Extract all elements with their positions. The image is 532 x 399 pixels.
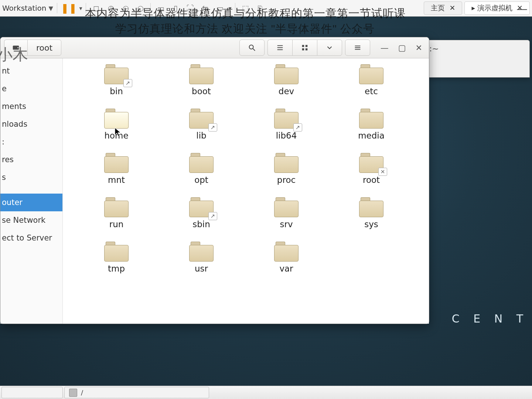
svg-rect-8: [306, 45, 308, 47]
watermark-line1: 本内容为半导体器件建模仿真与分析教程的第一章第一节试听课: [85, 6, 406, 21]
folder-icon: [189, 242, 214, 262]
folder-label: dev: [279, 86, 294, 96]
sidebar-item[interactable]: ments: [0, 98, 62, 115]
folder-root[interactable]: ✕root: [329, 153, 414, 197]
folder-icon: [274, 197, 299, 217]
folder-srv[interactable]: srv: [244, 197, 329, 242]
folder-icon: [274, 153, 299, 173]
folder-label: run: [109, 219, 124, 229]
sidebar-item[interactable]: nloads: [0, 115, 62, 133]
folder-label: var: [279, 264, 293, 273]
folder-label: srv: [280, 219, 293, 229]
folder-icon: [104, 197, 129, 217]
sidebar-item[interactable]: outer: [0, 194, 62, 211]
folder-label: opt: [194, 175, 208, 185]
grid-view-button[interactable]: [292, 40, 317, 56]
folder-label: lib: [196, 131, 206, 140]
path-segment[interactable]: root: [27, 40, 61, 56]
taskbar: /: [0, 386, 532, 399]
vm-product[interactable]: Workstation: [2, 4, 46, 13]
folder-label: usr: [195, 264, 208, 273]
list-view-button[interactable]: [267, 40, 292, 56]
folder-proc[interactable]: proc: [244, 153, 329, 197]
folder-var[interactable]: var: [244, 242, 329, 286]
sidebar: ntementsnloads:ressouterse Networkect to…: [0, 58, 63, 324]
folder-label: sys: [364, 219, 378, 229]
folder-label: mnt: [108, 175, 125, 185]
folder-tmp[interactable]: tmp: [74, 242, 159, 286]
sidebar-item[interactable]: :: [0, 133, 62, 151]
folder-etc[interactable]: etc: [329, 64, 414, 109]
folder-icon: [104, 153, 129, 173]
symlink-badge-icon: ↗: [293, 123, 302, 132]
folder-boot[interactable]: boot: [159, 64, 244, 109]
folder-run[interactable]: run: [74, 197, 159, 242]
folder-icon: [359, 64, 383, 84]
folder-label: etc: [365, 86, 378, 96]
folder-label: boot: [192, 86, 211, 96]
folder-usr[interactable]: usr: [159, 242, 244, 286]
vm-product-menu-icon[interactable]: ▼: [48, 5, 53, 12]
folder-sys[interactable]: sys: [329, 197, 414, 242]
folder-dev[interactable]: dev: [244, 64, 329, 109]
centos-brand: C E N T: [452, 312, 528, 325]
svg-point-2: [249, 45, 253, 49]
folder-label: media: [358, 131, 385, 140]
disk-icon: [69, 389, 77, 397]
folder-icon: [189, 64, 214, 84]
symlink-badge-icon: ↗: [208, 212, 217, 220]
vm-tab-home[interactable]: 主页 ✕: [424, 1, 462, 15]
sidebar-item[interactable]: res: [0, 151, 62, 168]
svg-rect-7: [302, 45, 304, 47]
folder-icon: ✕: [359, 153, 383, 173]
folder-media[interactable]: media: [329, 109, 414, 153]
noaccess-badge-icon: ✕: [378, 168, 387, 176]
hamburger-menu-button[interactable]: [345, 40, 370, 56]
folder-home[interactable]: home: [74, 109, 159, 153]
folder-lib64[interactable]: ↗lib64: [244, 109, 329, 153]
taskbar-entry[interactable]: [1, 387, 63, 398]
folder-label: proc: [277, 175, 296, 185]
folder-icon: [274, 242, 299, 262]
host-minimize-icon[interactable]: —: [516, 2, 528, 15]
watermark-line2: 学习仿真理论和方法 欢迎关注 "半导体器件" 公众号: [115, 21, 375, 37]
folder-bin[interactable]: ↗bin: [74, 64, 159, 109]
sidebar-item[interactable]: s: [0, 168, 62, 186]
folder-icon: ↗: [189, 109, 214, 129]
watermark-corner: 小木: [0, 44, 28, 65]
folder-label: bin: [110, 86, 123, 96]
folder-icon: [104, 242, 129, 262]
taskbar-entry-filemanager[interactable]: /: [64, 387, 209, 398]
pause-menu-icon[interactable]: ▾: [79, 5, 82, 12]
symlink-badge-icon: ↗: [123, 79, 132, 87]
folder-icon: [104, 109, 129, 129]
maximize-button[interactable]: ▢: [398, 43, 406, 52]
folder-icon: [359, 109, 383, 129]
pause-icon[interactable]: ❚❚: [61, 3, 77, 14]
folder-lib[interactable]: ↗lib: [159, 109, 244, 153]
folder-sbin[interactable]: ↗sbin: [159, 197, 244, 242]
folder-mnt[interactable]: mnt: [74, 153, 159, 197]
folder-label: lib64: [276, 131, 297, 140]
folder-label: home: [104, 131, 128, 140]
folder-grid[interactable]: ↗binbootdevetchome↗lib↗lib64mediamntoptp…: [63, 58, 429, 324]
file-manager-window: root — ▢ ✕ ntementsnloads:ressouterse: [0, 37, 429, 324]
svg-line-3: [253, 49, 255, 51]
svg-rect-10: [306, 48, 308, 51]
minimize-button[interactable]: —: [381, 43, 389, 52]
folder-icon: [274, 64, 299, 84]
taskbar-path: /: [81, 389, 83, 396]
symlink-badge-icon: ↗: [208, 123, 217, 132]
sidebar-item[interactable]: ect to Server: [0, 229, 62, 247]
search-button[interactable]: [239, 40, 265, 56]
close-button[interactable]: ✕: [416, 43, 422, 52]
view-options-button[interactable]: [317, 40, 342, 56]
sidebar-item[interactable]: e: [0, 80, 62, 98]
folder-opt[interactable]: opt: [159, 153, 244, 197]
folder-icon: ↗: [189, 197, 214, 217]
svg-rect-9: [302, 48, 304, 51]
folder-icon: [359, 197, 383, 217]
folder-icon: ↗: [104, 64, 129, 84]
folder-label: sbin: [192, 219, 210, 229]
sidebar-item[interactable]: se Network: [0, 211, 62, 229]
